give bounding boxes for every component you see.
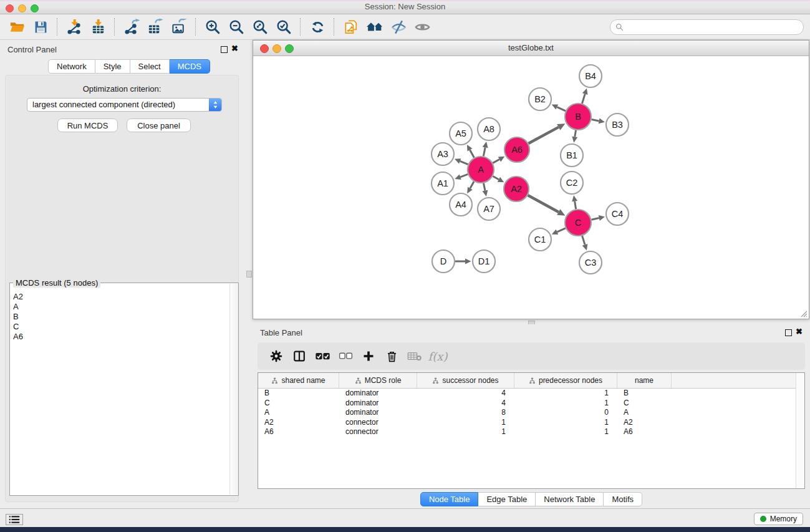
edge-C-C1[interactable]	[552, 228, 566, 235]
export-table-button[interactable]	[143, 16, 167, 37]
delete-table-button[interactable]	[407, 346, 423, 367]
result-scrollbar[interactable]	[229, 284, 238, 495]
node-A3[interactable]: A3	[432, 143, 454, 165]
tab-select[interactable]: Select	[130, 59, 170, 74]
node-A2[interactable]: A2	[504, 177, 529, 201]
column-header-successor-nodes[interactable]: successor nodes	[417, 373, 514, 388]
zoom-selected-button[interactable]	[272, 16, 296, 37]
mcds-result-item[interactable]: B	[13, 312, 238, 322]
node-C[interactable]: C	[565, 210, 591, 236]
create-column-button[interactable]	[360, 346, 377, 367]
node-C1[interactable]: C1	[529, 228, 551, 251]
export-image-button[interactable]	[167, 16, 191, 37]
edge-A2-C[interactable]	[528, 195, 565, 216]
export-network-button[interactable]	[120, 16, 143, 37]
table-row[interactable]: Cdominator41C	[258, 399, 804, 409]
table-row[interactable]: Bdominator41B	[258, 389, 804, 399]
edge-A-A8[interactable]	[483, 142, 488, 156]
delete-column-button[interactable]	[383, 346, 400, 367]
memory-button[interactable]: Memory	[754, 513, 803, 525]
column-header-name[interactable]: name	[617, 373, 672, 388]
close-panel-button[interactable]: Close panel	[127, 118, 191, 132]
edge-A-A5[interactable]	[467, 145, 474, 158]
edge-C-C2[interactable]	[572, 195, 577, 209]
node-A7[interactable]: A7	[478, 198, 500, 220]
show-panel-button[interactable]	[410, 16, 434, 37]
float-panel-icon[interactable]	[221, 46, 228, 53]
node-A8[interactable]: A8	[478, 118, 500, 140]
import-table-button[interactable]	[86, 16, 110, 37]
new-session-from-network-button[interactable]	[339, 16, 363, 37]
node-C3[interactable]: C3	[579, 251, 602, 274]
open-session-button[interactable]	[5, 16, 29, 37]
search-input[interactable]	[627, 21, 798, 33]
run-mcds-button[interactable]: Run MCDS	[57, 118, 118, 132]
edge-C-C3[interactable]	[582, 236, 588, 250]
node-A1[interactable]: A1	[432, 172, 454, 195]
table-scrollbar[interactable]	[796, 373, 804, 488]
mcds-result-item[interactable]: A	[13, 302, 238, 312]
edge-A-A2[interactable]	[493, 177, 504, 183]
table-row[interactable]: A2connector11A2	[258, 418, 804, 428]
node-B4[interactable]: B4	[579, 65, 602, 87]
network-window-titlebar[interactable]: testGlobe.txt	[253, 41, 809, 56]
tab-network[interactable]: Network	[48, 59, 95, 74]
table-row[interactable]: Adominator80A	[258, 408, 804, 418]
edge-A-A1[interactable]	[455, 174, 468, 180]
column-header-predecessor-nodes[interactable]: predecessor nodes	[514, 373, 617, 388]
node-B[interactable]: B	[565, 104, 591, 130]
tab-style[interactable]: Style	[95, 59, 130, 74]
node-D1[interactable]: D1	[473, 250, 495, 273]
vertical-splitter-grip[interactable]	[246, 271, 252, 278]
window-resize-grip[interactable]	[800, 310, 808, 317]
zoom-in-button[interactable]	[201, 16, 224, 37]
edge-D-D1[interactable]	[455, 259, 471, 264]
window-titlebar[interactable]: Session: New Session	[0, 0, 810, 14]
node-B2[interactable]: B2	[529, 88, 551, 110]
mcds-result-item[interactable]: A2	[13, 292, 238, 302]
node-A6[interactable]: A6	[504, 137, 529, 162]
tab-edge-table[interactable]: Edge Table	[478, 492, 536, 506]
edge-B-B3[interactable]	[592, 118, 605, 124]
home-networks-button[interactable]	[363, 16, 387, 37]
table-row[interactable]: A6connector11A6	[258, 427, 804, 437]
edge-A6-B[interactable]	[528, 123, 565, 143]
select-all-columns-button[interactable]	[314, 346, 330, 367]
node-C4[interactable]: C4	[606, 203, 629, 225]
unselect-all-columns-button[interactable]	[337, 346, 354, 367]
node-B1[interactable]: B1	[561, 144, 583, 167]
show-column-panel-button[interactable]	[291, 346, 307, 367]
hide-panel-button[interactable]	[387, 16, 410, 37]
edge-A-A7[interactable]	[483, 183, 488, 196]
tab-mcds[interactable]: MCDS	[170, 59, 210, 74]
close-panel-icon[interactable]: ✖	[231, 45, 238, 52]
node-A5[interactable]: A5	[450, 122, 472, 145]
node-B3[interactable]: B3	[606, 114, 629, 136]
table-float-icon[interactable]	[785, 329, 792, 336]
zoom-out-button[interactable]	[224, 16, 248, 37]
mcds-result-item[interactable]: A6	[13, 332, 238, 342]
function-builder-button[interactable]: f(x)	[430, 346, 446, 367]
node-C2[interactable]: C2	[561, 172, 583, 194]
column-header-shared-name[interactable]: shared name	[258, 373, 339, 388]
tab-node-table[interactable]: Node Table	[420, 492, 479, 506]
tab-network-table[interactable]: Network Table	[536, 492, 604, 506]
task-history-button[interactable]	[6, 514, 23, 525]
edge-B-B1[interactable]	[572, 130, 577, 143]
node-A[interactable]: A	[468, 157, 494, 183]
mcds-result-item[interactable]: C	[13, 322, 238, 332]
table-settings-button[interactable]	[268, 346, 284, 367]
criterion-dropdown[interactable]: largest connected component (directed)	[27, 98, 222, 112]
edge-B-B2[interactable]	[552, 104, 566, 110]
edge-C-C4[interactable]	[591, 215, 605, 221]
node-A4[interactable]: A4	[450, 193, 472, 216]
zoom-fit-button[interactable]	[248, 16, 272, 37]
edge-A-A4[interactable]	[467, 181, 474, 193]
refresh-button[interactable]	[306, 16, 329, 37]
import-network-button[interactable]	[62, 16, 86, 37]
save-session-button[interactable]	[29, 16, 52, 37]
network-canvas[interactable]: B4B2BB3A8A5A6A3B1AC2A1A2A4A7C4CC1C3DD1	[253, 56, 809, 319]
table-close-icon[interactable]: ✖	[796, 328, 803, 336]
column-header-MCDS-role[interactable]: MCDS role	[339, 373, 417, 388]
tab-motifs[interactable]: Motifs	[604, 492, 642, 506]
